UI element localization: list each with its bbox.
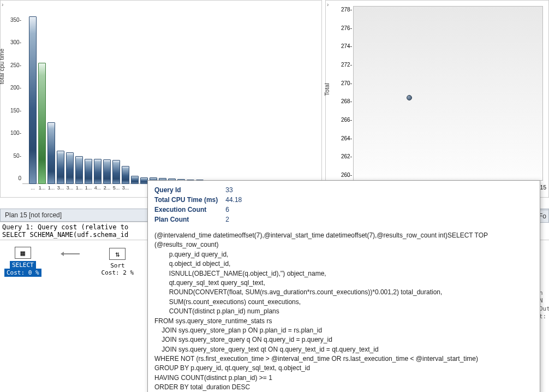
tooltip-sql-text: (@intervalend_time datetimeoffset(7),@in… — [154, 231, 533, 392]
y-axis-label: Total — [324, 83, 330, 96]
bar[interactable]: 1... — [47, 122, 55, 184]
bar[interactable]: 5... — [112, 160, 120, 184]
expand-icon[interactable]: › — [327, 2, 329, 8]
sort-icon: ⇅ — [109, 248, 126, 260]
expand-icon[interactable]: › — [2, 2, 3, 8]
bar[interactable]: 1... — [75, 156, 83, 184]
bar[interactable]: 4... — [94, 159, 102, 184]
bar[interactable]: 3... — [57, 151, 64, 184]
query-detail-tooltip: Query Id33 Total CPU Time (ms)44.18 Exec… — [147, 180, 540, 392]
bar[interactable]: ... — [29, 16, 37, 184]
y-axis-label: total cpu time — [0, 49, 5, 84]
plan-node-sort[interactable]: ⇅ Sort Cost: 2 % — [102, 248, 134, 276]
bar[interactable]: 2... — [103, 159, 111, 184]
bar[interactable]: 1... — [85, 159, 92, 184]
scatter-point[interactable] — [407, 95, 412, 100]
y-axis-ticks: 260-262-264-266-268-270-272-274-276-278- — [337, 6, 352, 181]
table-icon: ▦ — [15, 247, 31, 259]
bar[interactable]: 1... — [38, 63, 46, 184]
bar[interactable] — [140, 177, 148, 184]
plan-arrow-icon — [63, 253, 80, 254]
scatter-area — [353, 6, 543, 181]
top-queries-bar-chart[interactable]: › total cpu time 050-100-150-200-250-300… — [0, 0, 322, 198]
bar[interactable]: 3... — [122, 166, 129, 184]
tooltip-summary-table: Query Id33 Total CPU Time (ms)44.18 Exec… — [154, 185, 249, 224]
y-axis-ticks: 050-100-150-200-250-300-350-400- — [7, 3, 21, 184]
plan-scatter-chart[interactable]: › Total 260-262-264-266-268-270-272-274-… — [325, 0, 549, 198]
right-edge-fragment: n N Out t: — [539, 207, 549, 320]
bar-series[interactable]: ...1...1...3...3...1...1...4...2...5...3… — [22, 3, 317, 184]
plan-node-select[interactable]: ▦ SELECT Cost: 0 % — [4, 247, 41, 277]
bar[interactable]: 3... — [66, 152, 74, 184]
bar[interactable] — [131, 176, 139, 184]
